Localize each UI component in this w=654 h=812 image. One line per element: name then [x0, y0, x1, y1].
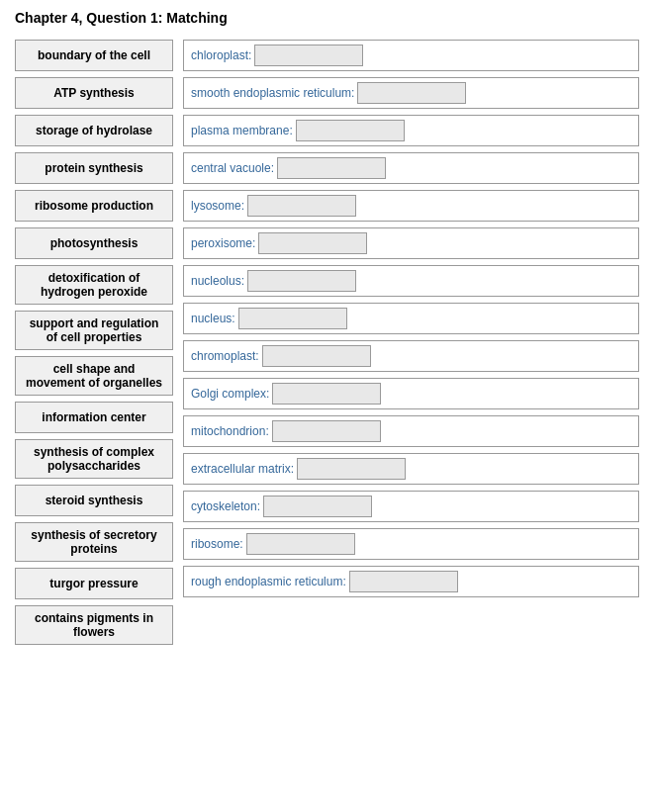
match-input-7[interactable]: [238, 308, 347, 329]
match-label-14: rough endoplasmic reticulum:: [191, 575, 346, 588]
match-row-3: central vacuole:: [183, 152, 639, 184]
match-input-8[interactable]: [262, 345, 371, 367]
match-row-14: rough endoplasmic reticulum:: [183, 566, 639, 597]
term-box-12: synthesis of secretory proteins: [15, 522, 173, 562]
match-row-4: lysosome:: [183, 190, 639, 222]
term-box-5: photosynthesis: [15, 227, 173, 259]
match-input-4[interactable]: [247, 195, 356, 217]
match-row-6: nucleolus:: [183, 265, 639, 297]
match-input-3[interactable]: [277, 157, 386, 179]
match-input-6[interactable]: [247, 270, 356, 292]
match-input-13[interactable]: [246, 533, 355, 555]
match-input-9[interactable]: [272, 383, 381, 405]
match-label-13: ribosome:: [191, 537, 243, 551]
match-input-5[interactable]: [258, 232, 367, 254]
match-row-1: smooth endoplasmic reticulum:: [183, 77, 639, 109]
match-row-2: plasma membrane:: [183, 115, 639, 146]
term-box-14: contains pigments in flowers: [15, 605, 173, 645]
match-input-0[interactable]: [254, 45, 363, 66]
page-title: Chapter 4, Question 1: Matching: [15, 10, 639, 26]
match-input-11[interactable]: [297, 458, 406, 480]
match-row-11: extracellular matrix:: [183, 453, 639, 485]
match-row-10: mitochondrion:: [183, 415, 639, 447]
match-row-0: chloroplast:: [183, 40, 639, 71]
term-box-4: ribosome production: [15, 190, 173, 222]
match-label-12: cytoskeleton:: [191, 499, 260, 513]
match-label-7: nucleus:: [191, 312, 235, 325]
match-label-5: peroxisome:: [191, 236, 255, 250]
match-label-11: extracellular matrix:: [191, 462, 294, 476]
term-box-2: storage of hydrolase: [15, 115, 173, 146]
definitions-column: chloroplast:smooth endoplasmic reticulum…: [183, 40, 639, 597]
terms-column: boundary of the cellATP synthesisstorage…: [15, 40, 173, 645]
match-input-2[interactable]: [296, 120, 405, 141]
match-label-0: chloroplast:: [191, 48, 251, 62]
match-row-8: chromoplast:: [183, 340, 639, 372]
match-label-2: plasma membrane:: [191, 124, 293, 137]
match-input-10[interactable]: [272, 420, 381, 442]
match-row-12: cytoskeleton:: [183, 491, 639, 522]
match-row-9: Golgi complex:: [183, 378, 639, 409]
term-box-3: protein synthesis: [15, 152, 173, 184]
term-box-10: synthesis of complex polysaccharides: [15, 439, 173, 479]
term-box-0: boundary of the cell: [15, 40, 173, 71]
match-row-13: ribosome:: [183, 528, 639, 560]
term-box-6: detoxification of hydrogen peroxide: [15, 265, 173, 305]
match-input-1[interactable]: [357, 82, 466, 104]
term-box-11: steroid synthesis: [15, 485, 173, 516]
match-row-7: nucleus:: [183, 303, 639, 334]
match-input-12[interactable]: [263, 496, 372, 517]
match-label-9: Golgi complex:: [191, 387, 269, 401]
match-label-10: mitochondrion:: [191, 424, 269, 438]
matching-exercise: boundary of the cellATP synthesisstorage…: [15, 40, 639, 645]
term-box-8: cell shape and movement of organelles: [15, 356, 173, 396]
match-row-5: peroxisome:: [183, 227, 639, 259]
match-label-3: central vacuole:: [191, 161, 274, 175]
match-label-8: chromoplast:: [191, 349, 259, 363]
term-box-13: turgor pressure: [15, 568, 173, 599]
match-label-6: nucleolus:: [191, 274, 244, 288]
term-box-7: support and regulation of cell propertie…: [15, 311, 173, 350]
term-box-9: information center: [15, 402, 173, 433]
match-label-4: lysosome:: [191, 199, 244, 213]
term-box-1: ATP synthesis: [15, 77, 173, 109]
match-input-14[interactable]: [349, 571, 458, 592]
match-label-1: smooth endoplasmic reticulum:: [191, 86, 354, 100]
